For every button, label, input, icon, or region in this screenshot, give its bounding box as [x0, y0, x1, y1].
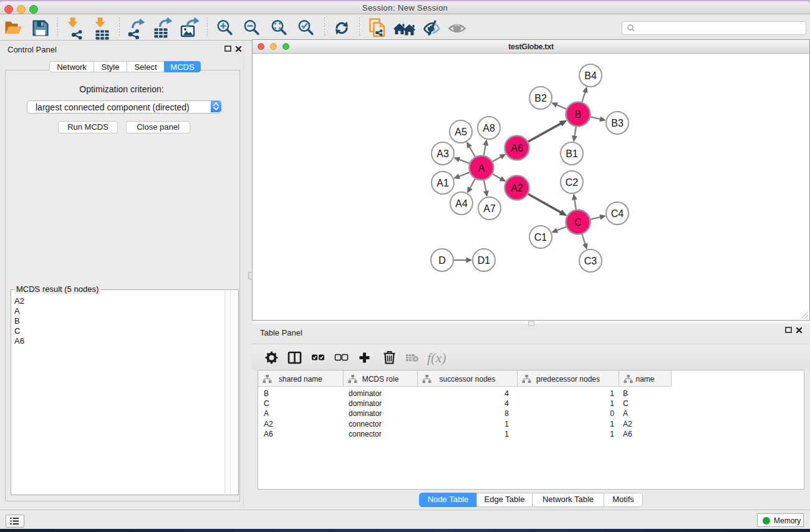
- svg-text:C1: C1: [534, 232, 547, 243]
- svg-text:C: C: [574, 217, 582, 228]
- svg-text:A4: A4: [455, 198, 468, 209]
- svg-text:A6: A6: [511, 143, 523, 153]
- svg-text:f(x): f(x): [427, 350, 446, 365]
- svg-text:A: A: [478, 163, 485, 173]
- svg-text:A3: A3: [436, 148, 449, 159]
- svg-text:B1: B1: [566, 148, 578, 159]
- svg-text:C2: C2: [566, 177, 579, 188]
- svg-text:A1: A1: [436, 178, 449, 188]
- svg-text:B3: B3: [611, 118, 624, 128]
- svg-text:A8: A8: [483, 123, 495, 133]
- svg-text:B: B: [575, 109, 582, 120]
- svg-text:A2: A2: [511, 183, 523, 193]
- svg-text:B2: B2: [534, 93, 547, 104]
- svg-text:C4: C4: [611, 208, 624, 219]
- svg-text:B4: B4: [584, 70, 597, 81]
- svg-text:A7: A7: [483, 203, 496, 214]
- svg-text:C3: C3: [584, 256, 597, 266]
- svg-text:A5: A5: [455, 127, 467, 137]
- svg-text:D1: D1: [478, 255, 491, 266]
- svg-text:D: D: [438, 255, 446, 266]
